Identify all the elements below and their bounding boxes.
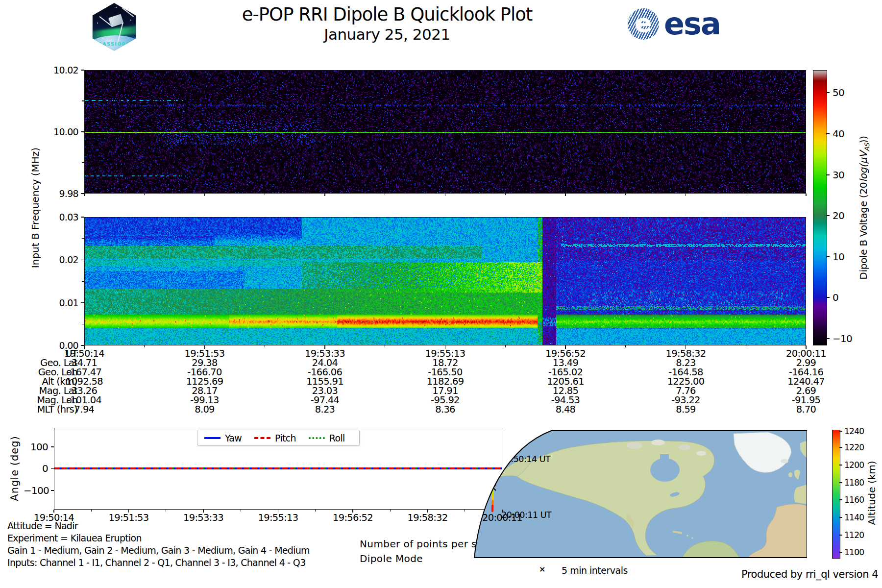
tick-mark	[82, 238, 84, 239]
angle-xtick-label: 19:56:52	[321, 513, 385, 523]
angle-legend: Yaw Pitch Roll	[197, 430, 360, 446]
tick-mark	[826, 297, 830, 297]
tick-mark	[826, 92, 830, 93]
legend-item-roll: Roll	[309, 433, 345, 443]
ytick-9-98: 9.98	[48, 188, 78, 199]
tick-mark	[686, 345, 686, 349]
angle-xtick-label: 19:53:33	[172, 513, 235, 523]
tick-mark	[502, 510, 503, 513]
tick-mark	[144, 194, 145, 195]
voltage-colorbar	[813, 70, 827, 345]
tick-mark	[204, 345, 205, 349]
angle-ytick-100: 100	[24, 441, 48, 452]
quicklook-figure: CASSIOPE e-POP RRI Dipole B Quicklook Pl…	[0, 0, 882, 588]
tick-mark	[278, 510, 279, 513]
spectrogram-top-canvas	[85, 71, 806, 193]
altitude-colorbar	[832, 430, 840, 559]
alt-tick-1220: 1220	[844, 442, 874, 452]
tick-mark	[839, 535, 842, 535]
tick-mark	[806, 194, 807, 196]
tick-mark	[51, 490, 54, 491]
altitude-colorbar-label: Altitude (km)	[866, 461, 878, 525]
tick-mark	[84, 345, 85, 349]
eph-value: 7.94	[52, 404, 116, 415]
tick-mark	[839, 482, 842, 483]
tick-mark	[565, 345, 566, 349]
tick-mark	[839, 447, 842, 447]
tick-mark	[826, 174, 830, 175]
cbar-tick-m10: −10	[833, 333, 867, 344]
tick-mark	[82, 281, 84, 281]
spectrogram-top-panel	[84, 70, 806, 194]
tick-mark	[839, 431, 842, 431]
tick-mark	[324, 345, 325, 349]
ytick-10-00: 10.00	[48, 126, 78, 137]
tick-mark	[465, 510, 465, 512]
tick-mark	[265, 194, 265, 195]
tick-mark	[81, 302, 84, 303]
spectrogram-bottom-panel	[84, 217, 806, 345]
alt-tick-1120: 1120	[844, 530, 874, 540]
tick-mark	[81, 193, 84, 194]
tick-mark	[81, 131, 84, 132]
tick-mark	[51, 468, 54, 469]
tick-mark	[51, 446, 54, 447]
figure-date: January 25, 2021	[211, 25, 564, 43]
tick-mark	[81, 260, 84, 261]
cbar-tick-0: 0	[833, 292, 867, 303]
tick-mark	[352, 510, 353, 513]
alt-tick-1240: 1240	[844, 426, 874, 436]
ytick-0-02: 0.02	[48, 254, 78, 265]
tick-mark	[81, 70, 84, 71]
roll-line-sample	[309, 437, 325, 439]
spectrogram-bottom-canvas	[85, 218, 806, 345]
cassiope-logo: CASSIOPE	[90, 1, 139, 52]
credit-text: Produced by rri_ql version 4	[696, 568, 878, 580]
tick-mark	[565, 194, 566, 196]
tick-mark	[82, 324, 84, 324]
interval-marker-sample: ×	[539, 564, 545, 574]
tick-mark	[806, 345, 807, 349]
tick-mark	[839, 499, 842, 500]
tick-mark	[385, 194, 385, 195]
tick-mark	[445, 194, 446, 196]
tick-mark	[81, 217, 84, 218]
ground-track-map: 19:50:14 UT 20:00:11 UT	[473, 430, 807, 559]
eph-value: 8.09	[173, 404, 237, 415]
interval-note: 5 min intervals	[562, 565, 628, 576]
track-start-label: 19:50:14 UT	[500, 454, 551, 464]
eph-value: 8.23	[293, 404, 357, 415]
tick-mark	[625, 345, 626, 347]
eph-value: 8.70	[774, 404, 838, 415]
cassiope-logo-art: CASSIOPE	[91, 3, 137, 51]
figure-title: e-POP RRI Dipole B Quicklook Plot	[211, 4, 564, 25]
angle-xtick-label: 19:58:32	[396, 513, 460, 523]
legend-item-pitch: Pitch	[254, 433, 296, 443]
eph-value: 8.48	[534, 404, 597, 415]
ytick-0-01: 0.01	[48, 297, 78, 308]
tick-mark	[746, 194, 746, 195]
tick-mark	[203, 510, 204, 513]
alt-tick-1100: 1100	[844, 547, 874, 557]
tick-mark	[82, 162, 84, 163]
tick-mark	[265, 345, 265, 347]
tick-mark	[505, 345, 506, 347]
tick-mark	[839, 465, 842, 465]
tick-mark	[91, 510, 92, 512]
angle-axis-label: Angle (deg)	[9, 436, 21, 501]
tick-mark	[84, 194, 85, 196]
note-inputs: Inputs: Channel 1 - I1, Channel 2 - Q1, …	[7, 557, 306, 568]
yaw-line-sample	[204, 437, 220, 439]
note-gains: Gain 1 - Medium, Gain 2 - Medium, Gain 3…	[7, 545, 310, 556]
note-experiment: Experiment = Kilauea Eruption	[7, 533, 142, 543]
angle-xtick-label: 19:50:14	[22, 513, 86, 523]
tick-mark	[839, 552, 842, 552]
ytick-0-03: 0.03	[48, 212, 78, 222]
tick-mark	[204, 194, 205, 196]
tick-mark	[315, 510, 316, 512]
tick-mark	[686, 194, 686, 196]
tick-mark	[625, 194, 626, 195]
cbar-tick-50: 50	[833, 87, 867, 98]
tick-mark	[826, 133, 830, 134]
voltage-colorbar-label: Dipole B Voltage (20log(μVAS))	[858, 136, 871, 279]
